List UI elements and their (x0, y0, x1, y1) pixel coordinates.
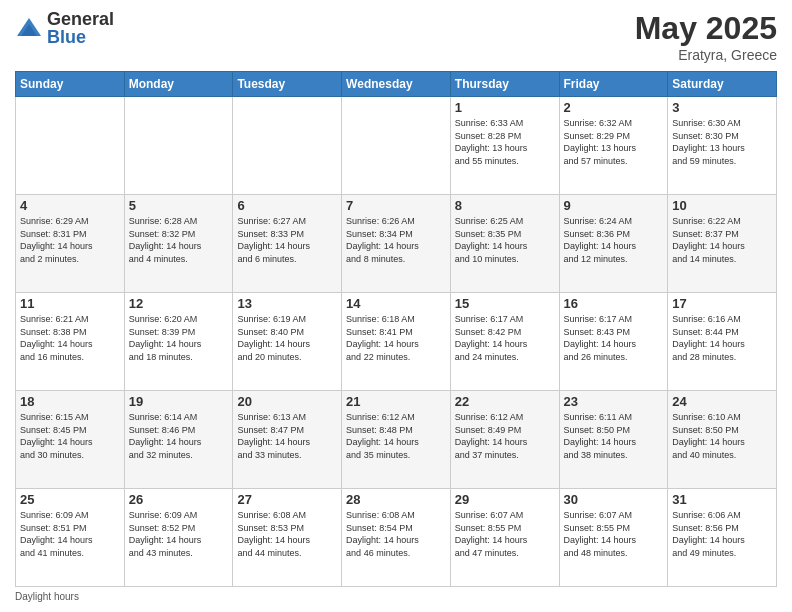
day-info: Sunrise: 6:25 AM Sunset: 8:35 PM Dayligh… (455, 215, 555, 265)
day-number: 29 (455, 492, 555, 507)
calendar-cell: 8Sunrise: 6:25 AM Sunset: 8:35 PM Daylig… (450, 195, 559, 293)
calendar-cell: 22Sunrise: 6:12 AM Sunset: 8:49 PM Dayli… (450, 391, 559, 489)
day-number: 21 (346, 394, 446, 409)
day-number: 3 (672, 100, 772, 115)
calendar-cell: 16Sunrise: 6:17 AM Sunset: 8:43 PM Dayli… (559, 293, 668, 391)
day-number: 7 (346, 198, 446, 213)
calendar-cell: 27Sunrise: 6:08 AM Sunset: 8:53 PM Dayli… (233, 489, 342, 587)
day-info: Sunrise: 6:32 AM Sunset: 8:29 PM Dayligh… (564, 117, 664, 167)
day-info: Sunrise: 6:20 AM Sunset: 8:39 PM Dayligh… (129, 313, 229, 363)
calendar-cell: 24Sunrise: 6:10 AM Sunset: 8:50 PM Dayli… (668, 391, 777, 489)
day-info: Sunrise: 6:14 AM Sunset: 8:46 PM Dayligh… (129, 411, 229, 461)
calendar-week-1: 1Sunrise: 6:33 AM Sunset: 8:28 PM Daylig… (16, 97, 777, 195)
calendar-header-friday: Friday (559, 72, 668, 97)
calendar-header-wednesday: Wednesday (342, 72, 451, 97)
day-info: Sunrise: 6:12 AM Sunset: 8:49 PM Dayligh… (455, 411, 555, 461)
logo-icon (15, 14, 43, 42)
calendar-cell: 1Sunrise: 6:33 AM Sunset: 8:28 PM Daylig… (450, 97, 559, 195)
calendar-cell: 31Sunrise: 6:06 AM Sunset: 8:56 PM Dayli… (668, 489, 777, 587)
calendar-week-5: 25Sunrise: 6:09 AM Sunset: 8:51 PM Dayli… (16, 489, 777, 587)
day-number: 2 (564, 100, 664, 115)
daylight-label: Daylight hours (15, 591, 79, 602)
logo: General Blue (15, 10, 114, 46)
day-number: 30 (564, 492, 664, 507)
day-info: Sunrise: 6:08 AM Sunset: 8:54 PM Dayligh… (346, 509, 446, 559)
day-info: Sunrise: 6:07 AM Sunset: 8:55 PM Dayligh… (564, 509, 664, 559)
calendar-cell: 26Sunrise: 6:09 AM Sunset: 8:52 PM Dayli… (124, 489, 233, 587)
day-number: 6 (237, 198, 337, 213)
calendar-cell (124, 97, 233, 195)
calendar-cell (233, 97, 342, 195)
calendar-cell: 3Sunrise: 6:30 AM Sunset: 8:30 PM Daylig… (668, 97, 777, 195)
day-number: 23 (564, 394, 664, 409)
calendar-cell: 19Sunrise: 6:14 AM Sunset: 8:46 PM Dayli… (124, 391, 233, 489)
day-info: Sunrise: 6:09 AM Sunset: 8:51 PM Dayligh… (20, 509, 120, 559)
calendar-cell: 6Sunrise: 6:27 AM Sunset: 8:33 PM Daylig… (233, 195, 342, 293)
logo-blue-text: Blue (47, 28, 114, 46)
day-number: 26 (129, 492, 229, 507)
title-section: May 2025 Eratyra, Greece (635, 10, 777, 63)
day-number: 24 (672, 394, 772, 409)
day-number: 5 (129, 198, 229, 213)
calendar-table: SundayMondayTuesdayWednesdayThursdayFrid… (15, 71, 777, 587)
day-number: 18 (20, 394, 120, 409)
logo-text: General Blue (47, 10, 114, 46)
day-info: Sunrise: 6:10 AM Sunset: 8:50 PM Dayligh… (672, 411, 772, 461)
day-info: Sunrise: 6:19 AM Sunset: 8:40 PM Dayligh… (237, 313, 337, 363)
calendar-week-4: 18Sunrise: 6:15 AM Sunset: 8:45 PM Dayli… (16, 391, 777, 489)
month-title: May 2025 (635, 10, 777, 47)
day-number: 17 (672, 296, 772, 311)
day-info: Sunrise: 6:07 AM Sunset: 8:55 PM Dayligh… (455, 509, 555, 559)
calendar-cell: 15Sunrise: 6:17 AM Sunset: 8:42 PM Dayli… (450, 293, 559, 391)
calendar-cell: 13Sunrise: 6:19 AM Sunset: 8:40 PM Dayli… (233, 293, 342, 391)
day-info: Sunrise: 6:22 AM Sunset: 8:37 PM Dayligh… (672, 215, 772, 265)
day-info: Sunrise: 6:13 AM Sunset: 8:47 PM Dayligh… (237, 411, 337, 461)
logo-general-text: General (47, 10, 114, 28)
calendar-cell: 21Sunrise: 6:12 AM Sunset: 8:48 PM Dayli… (342, 391, 451, 489)
calendar-cell: 30Sunrise: 6:07 AM Sunset: 8:55 PM Dayli… (559, 489, 668, 587)
calendar-header-sunday: Sunday (16, 72, 125, 97)
day-number: 15 (455, 296, 555, 311)
calendar-header-saturday: Saturday (668, 72, 777, 97)
day-number: 1 (455, 100, 555, 115)
day-info: Sunrise: 6:08 AM Sunset: 8:53 PM Dayligh… (237, 509, 337, 559)
day-info: Sunrise: 6:21 AM Sunset: 8:38 PM Dayligh… (20, 313, 120, 363)
day-number: 25 (20, 492, 120, 507)
day-info: Sunrise: 6:18 AM Sunset: 8:41 PM Dayligh… (346, 313, 446, 363)
calendar-header-monday: Monday (124, 72, 233, 97)
day-info: Sunrise: 6:09 AM Sunset: 8:52 PM Dayligh… (129, 509, 229, 559)
calendar-cell: 29Sunrise: 6:07 AM Sunset: 8:55 PM Dayli… (450, 489, 559, 587)
calendar-cell: 12Sunrise: 6:20 AM Sunset: 8:39 PM Dayli… (124, 293, 233, 391)
day-info: Sunrise: 6:15 AM Sunset: 8:45 PM Dayligh… (20, 411, 120, 461)
calendar-cell: 4Sunrise: 6:29 AM Sunset: 8:31 PM Daylig… (16, 195, 125, 293)
day-info: Sunrise: 6:24 AM Sunset: 8:36 PM Dayligh… (564, 215, 664, 265)
calendar-cell: 23Sunrise: 6:11 AM Sunset: 8:50 PM Dayli… (559, 391, 668, 489)
day-number: 27 (237, 492, 337, 507)
day-info: Sunrise: 6:17 AM Sunset: 8:42 PM Dayligh… (455, 313, 555, 363)
day-info: Sunrise: 6:17 AM Sunset: 8:43 PM Dayligh… (564, 313, 664, 363)
day-number: 4 (20, 198, 120, 213)
calendar-week-3: 11Sunrise: 6:21 AM Sunset: 8:38 PM Dayli… (16, 293, 777, 391)
day-info: Sunrise: 6:29 AM Sunset: 8:31 PM Dayligh… (20, 215, 120, 265)
day-info: Sunrise: 6:33 AM Sunset: 8:28 PM Dayligh… (455, 117, 555, 167)
day-number: 22 (455, 394, 555, 409)
calendar-cell: 11Sunrise: 6:21 AM Sunset: 8:38 PM Dayli… (16, 293, 125, 391)
day-info: Sunrise: 6:12 AM Sunset: 8:48 PM Dayligh… (346, 411, 446, 461)
day-info: Sunrise: 6:30 AM Sunset: 8:30 PM Dayligh… (672, 117, 772, 167)
day-number: 16 (564, 296, 664, 311)
calendar-cell: 17Sunrise: 6:16 AM Sunset: 8:44 PM Dayli… (668, 293, 777, 391)
calendar-cell: 10Sunrise: 6:22 AM Sunset: 8:37 PM Dayli… (668, 195, 777, 293)
calendar-cell: 2Sunrise: 6:32 AM Sunset: 8:29 PM Daylig… (559, 97, 668, 195)
location: Eratyra, Greece (635, 47, 777, 63)
calendar-cell (342, 97, 451, 195)
day-info: Sunrise: 6:11 AM Sunset: 8:50 PM Dayligh… (564, 411, 664, 461)
day-info: Sunrise: 6:28 AM Sunset: 8:32 PM Dayligh… (129, 215, 229, 265)
calendar-cell (16, 97, 125, 195)
calendar-header-thursday: Thursday (450, 72, 559, 97)
day-info: Sunrise: 6:16 AM Sunset: 8:44 PM Dayligh… (672, 313, 772, 363)
day-number: 31 (672, 492, 772, 507)
day-number: 28 (346, 492, 446, 507)
calendar-cell: 7Sunrise: 6:26 AM Sunset: 8:34 PM Daylig… (342, 195, 451, 293)
calendar-week-2: 4Sunrise: 6:29 AM Sunset: 8:31 PM Daylig… (16, 195, 777, 293)
calendar-cell: 20Sunrise: 6:13 AM Sunset: 8:47 PM Dayli… (233, 391, 342, 489)
